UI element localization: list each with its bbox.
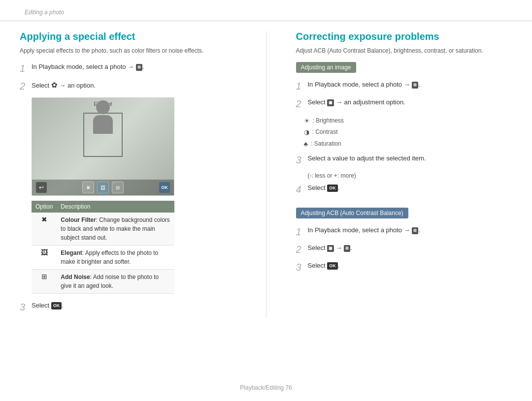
camera-preview: Elegant ↩ ✖ 🖼 ⊞ OK xyxy=(32,97,174,196)
table-row: 🖼 Elegant: Apply effects to the photo to… xyxy=(32,246,174,270)
table-row: ⊞ Add Noise: Add noise to the photo to g… xyxy=(32,270,174,294)
right-step-1: 1 In Playback mode, select a photo → ⊞. xyxy=(296,80,513,93)
acb-badge: Adjusting ACB (Auto Contrast Balance) xyxy=(296,208,408,218)
table-row: ✖ Colour Filter: Change background color… xyxy=(32,213,174,246)
right-section-title: Correcting exposure problems xyxy=(296,31,513,42)
ok-badge-right-4: OK xyxy=(327,185,338,192)
footer-text: Playback/Editing 76 xyxy=(240,384,292,391)
step-number-2: 2 xyxy=(20,80,29,93)
acb-step-2: 2 Select ▦ → ⊞. xyxy=(296,243,513,256)
bullet-saturation: ♣ : Saturation xyxy=(304,138,513,150)
column-divider xyxy=(266,31,266,318)
playback-icon-acb1: ⊞ xyxy=(412,227,418,234)
option-desc-elegant: Elegant: Apply effects to the photo to m… xyxy=(57,246,174,270)
page-container: Editing a photo Applying a special effec… xyxy=(0,0,532,401)
step-1-text: In Playback mode, select a photo → ⊞. xyxy=(32,62,144,72)
r-step-number-2: 2 xyxy=(296,97,305,110)
options-table: Option Description ✖ Colour Filter: Chan… xyxy=(32,201,174,294)
acb-step-number-3: 3 xyxy=(296,261,305,274)
person-head xyxy=(96,100,110,114)
r-step-number-1: 1 xyxy=(296,80,305,93)
bullet-contrast: ◑ : Contrast xyxy=(304,126,513,138)
elegant-icon[interactable]: 🖼 xyxy=(97,182,109,193)
step-number-1: 1 xyxy=(20,62,29,75)
adj-icon: ▦ xyxy=(327,99,334,106)
brightness-label: : Brightness xyxy=(313,116,344,126)
right-step-4: 4 Select OK. xyxy=(296,183,513,196)
acb-step-number-1: 1 xyxy=(296,225,305,238)
step-3-text: Select OK. xyxy=(32,301,64,310)
acb-step-3: 3 Select OK. xyxy=(296,261,513,274)
person-silhouette xyxy=(93,100,113,134)
step-2-text: Select ✿ → an option. xyxy=(32,80,96,91)
acb-target-icon: ⊞ xyxy=(344,245,350,252)
col-option: Option xyxy=(32,201,57,213)
sub-step-3-text: (-: less or +: more) xyxy=(308,171,513,180)
colour-filter-icon[interactable]: ✖ xyxy=(82,182,94,193)
saturation-label: : Saturation xyxy=(311,139,341,150)
r-step-number-4: 4 xyxy=(296,183,305,196)
r-step-3-text: Select a value to adjust the selected it… xyxy=(308,154,426,163)
back-button[interactable]: ↩ xyxy=(36,182,47,193)
option-icon-colour-filter: ✖ xyxy=(32,213,57,246)
adjusting-image-badge: Adjusting an image xyxy=(296,62,356,73)
option-icon-elegant: 🖼 xyxy=(32,246,57,270)
r-step-2-text: Select ▦ → an adjustment option. xyxy=(308,97,405,107)
r-step-1-text: In Playback mode, select a photo → ⊞. xyxy=(308,80,420,90)
right-step-3: 3 Select a value to adjust the selected … xyxy=(296,154,513,166)
preview-icons: ✖ 🖼 ⊞ xyxy=(82,182,124,193)
acb-step-number-2: 2 xyxy=(296,243,305,256)
r-step-4-text: Select OK. xyxy=(308,183,340,193)
acb-step-1: 1 In Playback mode, select a photo → ⊞. xyxy=(296,225,513,238)
contrast-label: : Contrast xyxy=(312,127,338,138)
table-header-row: Option Description xyxy=(32,201,174,213)
person-body xyxy=(93,115,113,134)
acb-step-2-text: Select ▦ → ⊞. xyxy=(308,243,353,253)
left-column: Applying a special effect Apply special … xyxy=(20,31,246,318)
photo-frame xyxy=(83,113,123,157)
ok-badge-acb-3: OK xyxy=(327,262,338,270)
contrast-icon: ◑ xyxy=(304,126,309,138)
option-desc-colour-filter: Colour Filter: Change background colors … xyxy=(57,213,174,246)
left-step-1: 1 In Playback mode, select a photo → ⊞. xyxy=(20,62,236,75)
add-noise-icon[interactable]: ⊞ xyxy=(112,182,124,193)
step-number-3: 3 xyxy=(20,301,29,313)
left-section-title: Applying a special effect xyxy=(20,31,236,42)
acb-step-3-text: Select OK. xyxy=(308,261,340,271)
bullet-brightness: ☀ : Brightness xyxy=(304,115,513,126)
content-area: Applying a special effect Apply special … xyxy=(0,31,532,318)
option-desc-add-noise: Add Noise: Add noise to the photo to giv… xyxy=(57,270,174,294)
left-step-3: 3 Select OK. xyxy=(20,301,236,313)
brightness-icon: ☀ xyxy=(304,115,310,126)
ok-badge-left: OK xyxy=(51,302,62,310)
saturation-icon: ♣ xyxy=(304,138,308,150)
acb-adj-icon: ▦ xyxy=(327,245,334,252)
preview-toolbar: ↩ ✖ 🖼 ⊞ OK xyxy=(32,180,174,195)
col-description: Description xyxy=(57,201,174,213)
left-step-2: 2 Select ✿ → an option. xyxy=(20,80,236,93)
right-step-2: 2 Select ▦ → an adjustment option. xyxy=(296,97,513,110)
breadcrumb: Editing a photo xyxy=(0,0,532,21)
breadcrumb-text: Editing a photo xyxy=(25,9,64,16)
adjustment-options-list: ☀ : Brightness ◑ : Contrast ♣ : Saturati… xyxy=(296,115,513,150)
playback-icon-r1: ⊞ xyxy=(412,82,418,89)
playback-icon-1: ⊞ xyxy=(136,64,142,71)
ok-button[interactable]: OK xyxy=(159,182,170,193)
camera-preview-inner: Elegant ↩ ✖ 🖼 ⊞ OK xyxy=(32,98,174,195)
page-footer: Playback/Editing 76 xyxy=(0,384,532,391)
acb-step-1-text: In Playback mode, select a photo → ⊞. xyxy=(308,225,420,235)
right-section-desc: Adjust ACB (Auto Contrast Balance), brig… xyxy=(296,46,513,55)
left-section-desc: Apply special effects to the photo, such… xyxy=(20,46,236,55)
r-step-number-3: 3 xyxy=(296,154,305,166)
option-icon-add-noise: ⊞ xyxy=(32,270,57,294)
right-column: Correcting exposure problems Adjust ACB … xyxy=(286,31,513,318)
